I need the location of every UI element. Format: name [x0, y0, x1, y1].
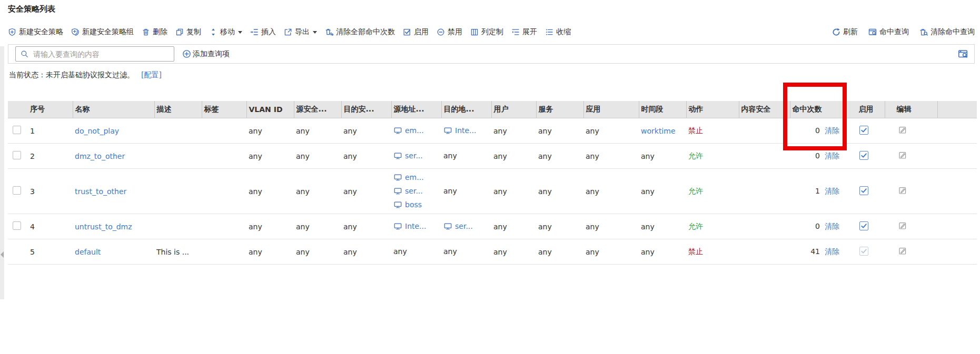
toolbar-button-clear-hits[interactable]: 清除全部命中次数: [325, 27, 395, 37]
clear-hits-link[interactable]: 清除: [825, 222, 839, 230]
address-link[interactable]: Inte...: [455, 124, 476, 137]
cell-content-security: [739, 118, 790, 144]
cell-hit-count: 0清除: [790, 118, 843, 144]
clear-hits-link[interactable]: 清除: [825, 187, 839, 195]
policy-name-link[interactable]: default: [75, 248, 101, 256]
address-link[interactable]: em...: [405, 124, 424, 137]
row-select-checkbox[interactable]: [13, 151, 21, 159]
toolbar-button-collapse[interactable]: 收缩: [545, 27, 571, 37]
address-entry: em...: [393, 124, 441, 137]
header-hit-count[interactable]: 命中次数: [790, 101, 843, 118]
header-src-zone[interactable]: 源安全...: [294, 101, 341, 118]
clear-hits-link[interactable]: 清除: [825, 247, 839, 256]
cell-tag: [202, 239, 246, 265]
toolbar-button-export[interactable]: 导出: [284, 27, 317, 37]
edit-icon[interactable]: [898, 151, 907, 159]
header-app[interactable]: 应用: [583, 101, 639, 118]
toolbar-button-label: 收缩: [556, 27, 571, 37]
address-link[interactable]: ser...: [405, 149, 423, 163]
header-service[interactable]: 服务: [536, 101, 583, 118]
edit-icon[interactable]: [898, 247, 907, 255]
search-input[interactable]: [32, 47, 174, 60]
search-input-wrap[interactable]: [15, 46, 174, 62]
clear-hits-link[interactable]: 清除: [825, 151, 839, 160]
add-query-button[interactable]: 添加查询项: [182, 49, 230, 59]
address-entry: any: [443, 245, 491, 258]
toolbar-button-minus-circle[interactable]: 禁用: [437, 27, 462, 37]
cell-name: do_not_play: [73, 118, 154, 144]
address-link[interactable]: Inte...: [405, 220, 426, 233]
header-name[interactable]: 名称: [73, 101, 154, 118]
toolbar-button-move[interactable]: 移动: [209, 27, 242, 37]
address-link[interactable]: boss: [405, 198, 422, 211]
cell-dst-addr: any: [441, 144, 491, 169]
cell-name: trust_to_other: [73, 169, 154, 214]
edit-icon[interactable]: [898, 221, 907, 230]
policy-row: 1 do_not_play any any any em... Inte... …: [8, 118, 977, 144]
toolbar-button-copy[interactable]: 复制: [175, 27, 201, 37]
address-link[interactable]: ser...: [455, 220, 473, 233]
enable-checkbox[interactable]: [859, 186, 868, 195]
header-content-security[interactable]: 内容安全: [739, 101, 790, 118]
cell-hit-count: 0清除: [790, 144, 843, 169]
toolbar-button-columns[interactable]: 列定制: [470, 27, 503, 37]
header-dst-zone[interactable]: 目的安...: [341, 101, 391, 118]
time-range-link[interactable]: worktime: [641, 127, 676, 135]
hit-count-value: 0: [815, 222, 820, 230]
policy-row: 4 untrust_to_dmz any any any Inte... ser…: [8, 214, 977, 239]
toolbar-button-clear-hit-query[interactable]: 清除命中查询: [919, 27, 975, 37]
row-select-checkbox[interactable]: [13, 221, 21, 230]
hit-query-icon[interactable]: [958, 49, 968, 59]
header-tag[interactable]: 标签: [202, 101, 246, 118]
toolbar-button-trash[interactable]: 删除: [142, 27, 167, 37]
cell-app: any: [583, 169, 639, 214]
address-link[interactable]: ser...: [405, 185, 423, 198]
cell-filler: [937, 169, 977, 214]
clear-hits-link[interactable]: 清除: [825, 126, 839, 135]
row-select-checkbox[interactable]: [13, 186, 21, 195]
enable-checkbox[interactable]: [859, 247, 868, 256]
toolbar-button-shield-plus[interactable]: 新建安全策略: [8, 27, 63, 37]
header-enable[interactable]: 启用: [843, 101, 885, 118]
address-link[interactable]: em...: [405, 171, 424, 184]
collapse-strip[interactable]: [0, 46, 4, 299]
policy-name-link[interactable]: untrust_to_dmz: [75, 222, 132, 231]
header-dst-addr[interactable]: 目的地...: [441, 101, 491, 118]
cell-service: any: [536, 214, 583, 239]
toolbar-button-checkbox[interactable]: 启用: [403, 27, 429, 37]
export-icon: [284, 28, 292, 36]
enable-checkbox[interactable]: [859, 151, 868, 160]
policy-name-link[interactable]: dmz_to_other: [75, 152, 125, 160]
toolbar-button-insert[interactable]: 插入: [250, 27, 276, 37]
header-action[interactable]: 动作: [686, 101, 739, 118]
header-src-addr[interactable]: 源地址...: [391, 101, 441, 118]
host-icon: [393, 174, 402, 181]
toolbar-button-shield-group[interactable]: 新建安全策略组: [71, 27, 134, 37]
row-select-checkbox[interactable]: [13, 126, 21, 134]
edit-icon[interactable]: [898, 186, 907, 195]
header-edit[interactable]: 编辑: [885, 101, 937, 118]
cell-content-security: [739, 169, 790, 214]
header-user[interactable]: 用户: [491, 101, 536, 118]
cell-enable: [843, 169, 885, 214]
toolbar-button-hit-query[interactable]: 命中查询: [868, 27, 909, 37]
header-time[interactable]: 时间段: [639, 101, 686, 118]
hit-count-value: 41: [810, 247, 820, 256]
header-desc[interactable]: 描述: [154, 101, 202, 118]
address-entry: any: [443, 149, 491, 163]
cell-select: [8, 144, 28, 169]
config-link[interactable]: [配置]: [141, 70, 162, 80]
header-seq[interactable]: 序号: [28, 101, 73, 118]
toolbar-button-refresh[interactable]: 刷新: [832, 27, 858, 37]
policy-name-link[interactable]: trust_to_other: [75, 187, 126, 196]
address-text: any: [443, 185, 457, 198]
edit-icon[interactable]: [898, 126, 907, 134]
enable-checkbox[interactable]: [859, 126, 868, 135]
toolbar-button-expand[interactable]: 展开: [511, 27, 537, 37]
cell-content-security: [739, 239, 790, 265]
cell-service: any: [536, 118, 583, 144]
enable-checkbox[interactable]: [859, 221, 868, 230]
toolbar-right: 刷新命中查询清除命中查询: [821, 27, 975, 37]
header-vlan[interactable]: VLAN ID: [246, 101, 294, 118]
policy-name-link[interactable]: do_not_play: [75, 127, 119, 135]
